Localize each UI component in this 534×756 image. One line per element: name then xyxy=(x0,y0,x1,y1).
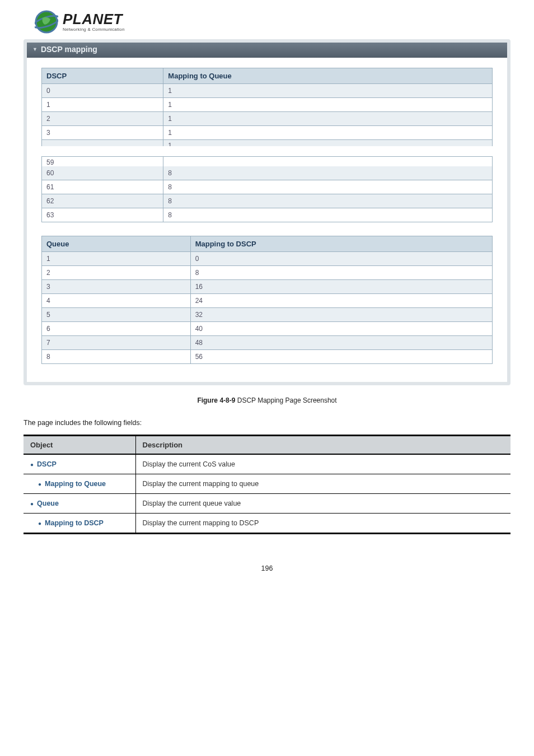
table-row: 424 xyxy=(42,294,493,308)
object-desc: Display the current mapping to DSCP xyxy=(135,514,510,534)
panel-title: DSCP mapping xyxy=(41,45,97,54)
table-row: 21 xyxy=(42,112,493,126)
bullet-icon: ● xyxy=(30,501,34,507)
table-row: 628 xyxy=(42,194,493,208)
object-desc: Display the current CoS value xyxy=(135,454,510,474)
col-mapping-to-queue: Mapping to Queue xyxy=(163,68,493,84)
table-split-gap xyxy=(27,146,507,156)
table-row: 608 xyxy=(42,166,493,180)
col-object: Object xyxy=(24,436,135,455)
queue-to-dscp-table: Queue Mapping to DSCP 10 28 316 424 532 … xyxy=(41,236,493,364)
table-row: ●Mapping to Queue Display the current ma… xyxy=(24,474,510,494)
table-row: ●DSCP Display the current CoS value xyxy=(24,454,510,474)
col-queue: Queue xyxy=(42,236,191,252)
fields-intro: The page includes the following fields: xyxy=(24,419,534,427)
table-row: 316 xyxy=(42,280,493,294)
brand-tagline: Networking & Communication xyxy=(63,27,125,32)
col-description: Description xyxy=(135,436,510,455)
table-row: 748 xyxy=(42,336,493,350)
figure-number: Figure 4-8-9 xyxy=(197,396,235,404)
col-mapping-to-dscp: Mapping to DSCP xyxy=(190,236,492,252)
panel-header[interactable]: ▼ DSCP mapping xyxy=(27,43,507,58)
dscp-to-queue-table: DSCP Mapping to Queue 01 11 21 31 41 xyxy=(41,68,493,150)
table-row: 856 xyxy=(42,350,493,364)
table-row: 598 xyxy=(42,157,493,167)
logo-text: PLANET Networking & Communication xyxy=(63,12,125,32)
svg-marker-2 xyxy=(27,146,507,153)
object-name: Mapping to Queue xyxy=(45,480,106,488)
table-row: ●Mapping to DSCP Display the current map… xyxy=(24,514,510,534)
object-name: DSCP xyxy=(37,460,57,468)
col-dscp: DSCP xyxy=(42,68,163,84)
page-number: 196 xyxy=(0,564,534,572)
table-row: ●Queue Display the current queue value xyxy=(24,494,510,514)
dscp-to-queue-table-continued: 598 608 618 628 638 xyxy=(41,156,493,222)
collapse-icon: ▼ xyxy=(32,46,38,52)
bullet-icon: ● xyxy=(30,461,34,468)
table-row: 28 xyxy=(42,266,493,280)
object-name: Queue xyxy=(37,500,59,507)
table-row: 638 xyxy=(42,208,493,222)
table-row: 10 xyxy=(42,252,493,266)
table-row: 532 xyxy=(42,308,493,322)
figure-title: DSCP Mapping Page Screenshot xyxy=(235,396,336,404)
table-row: 11 xyxy=(42,98,493,112)
bullet-icon: ● xyxy=(38,520,41,526)
logo: PLANET Networking & Communication xyxy=(0,0,534,37)
object-name: Mapping to DSCP xyxy=(45,519,104,527)
table-row: 01 xyxy=(42,84,493,98)
table-row: 31 xyxy=(42,126,493,140)
dscp-mapping-panel: ▼ DSCP mapping DSCP Mapping to Queue 01 … xyxy=(24,39,510,385)
fields-table: Object Description ●DSCP Display the cur… xyxy=(24,435,510,534)
object-desc: Display the current mapping to queue xyxy=(135,474,510,494)
table-row: 640 xyxy=(42,322,493,336)
object-desc: Display the current queue value xyxy=(135,494,510,514)
brand-name: PLANET xyxy=(63,12,125,26)
planet-logo-icon xyxy=(35,10,58,34)
table-row: 618 xyxy=(42,180,493,194)
figure-caption: Figure 4-8-9 DSCP Mapping Page Screensho… xyxy=(0,396,534,404)
bullet-icon: ● xyxy=(38,481,41,487)
